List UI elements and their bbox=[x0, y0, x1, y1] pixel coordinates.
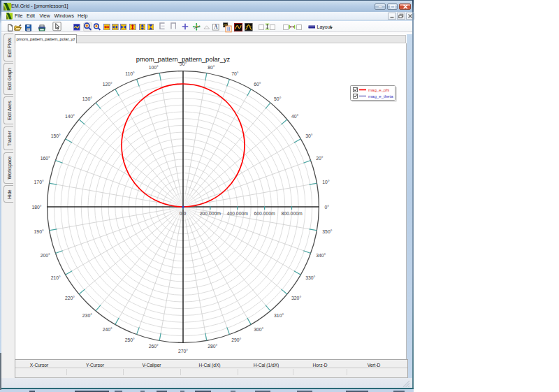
svg-text:80°: 80° bbox=[208, 65, 215, 70]
svg-text:100°: 100° bbox=[149, 65, 159, 70]
svg-text:20°: 20° bbox=[316, 156, 324, 161]
svg-text:0.0: 0.0 bbox=[180, 211, 187, 216]
svg-text:40°: 40° bbox=[291, 114, 299, 119]
svg-text:200.000m: 200.000m bbox=[200, 211, 222, 216]
svg-text:10°: 10° bbox=[322, 180, 330, 184]
svg-text:270°: 270° bbox=[178, 349, 188, 354]
svg-text:220°: 220° bbox=[65, 296, 75, 300]
svg-text:70°: 70° bbox=[231, 71, 239, 76]
svg-text:60°: 60° bbox=[254, 82, 261, 87]
svg-text:150°: 150° bbox=[51, 133, 61, 138]
svg-text:50°: 50° bbox=[274, 96, 282, 101]
svg-text:290°: 290° bbox=[231, 337, 241, 342]
svg-text:200°: 200° bbox=[41, 253, 50, 258]
svg-text:130°: 130° bbox=[82, 96, 92, 101]
svg-text:190°: 190° bbox=[34, 229, 44, 234]
svg-text:pmom_pattern_pattern_polar_yz: pmom_pattern_pattern_polar_yz bbox=[136, 56, 231, 63]
svg-text:mag_e_theta: mag_e_theta bbox=[368, 94, 393, 99]
svg-text:0°: 0° bbox=[324, 205, 329, 210]
svg-text:400.000m: 400.000m bbox=[227, 211, 249, 216]
svg-text:A: A bbox=[214, 24, 218, 30]
svg-text:800.000m: 800.000m bbox=[281, 211, 303, 216]
svg-text:280°: 280° bbox=[208, 344, 217, 349]
svg-text:160°: 160° bbox=[41, 156, 50, 161]
svg-text:310°: 310° bbox=[274, 313, 284, 318]
svg-text:320°: 320° bbox=[291, 296, 301, 300]
svg-text:600.000m: 600.000m bbox=[254, 211, 276, 216]
svg-text:170°: 170° bbox=[34, 180, 44, 184]
svg-text:mag_e_phi: mag_e_phi bbox=[368, 87, 389, 92]
svg-text:30°: 30° bbox=[305, 133, 313, 138]
svg-text:250°: 250° bbox=[125, 337, 135, 342]
svg-text:120°: 120° bbox=[103, 82, 112, 87]
svg-text:300°: 300° bbox=[254, 327, 263, 332]
svg-text:240°: 240° bbox=[103, 327, 112, 332]
svg-text:230°: 230° bbox=[82, 313, 92, 318]
svg-text:110°: 110° bbox=[125, 71, 135, 76]
svg-text:210°: 210° bbox=[51, 275, 61, 280]
svg-text:140°: 140° bbox=[65, 114, 75, 119]
svg-text:330°: 330° bbox=[305, 275, 315, 280]
svg-text:260°: 260° bbox=[149, 344, 159, 349]
svg-text:180°: 180° bbox=[32, 205, 42, 210]
svg-text:350°: 350° bbox=[322, 229, 332, 234]
svg-text:340°: 340° bbox=[316, 253, 326, 258]
